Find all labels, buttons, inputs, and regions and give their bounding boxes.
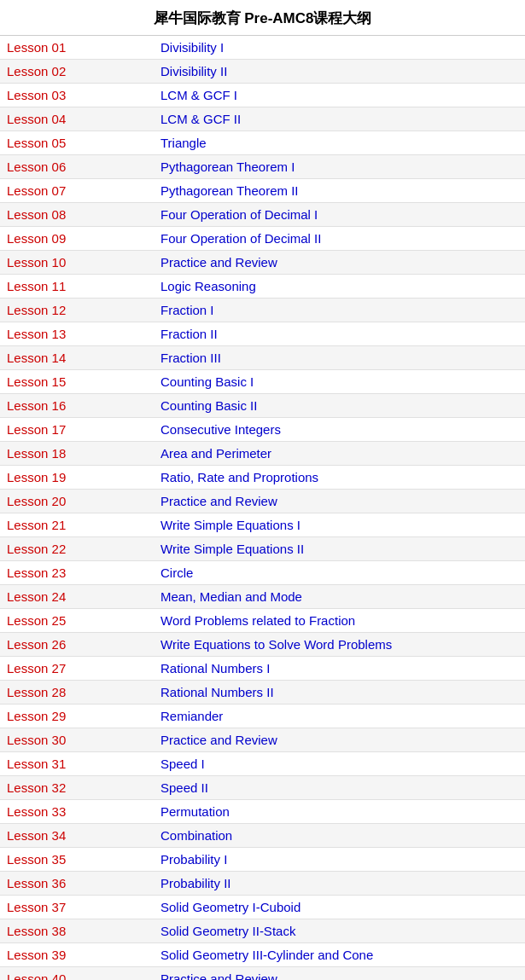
lesson-number: Lesson 05 bbox=[0, 131, 154, 155]
lesson-topic: LCM & GCF II bbox=[154, 107, 525, 131]
lesson-number: Lesson 15 bbox=[0, 370, 154, 394]
table-row: Lesson 26Write Equations to Solve Word P… bbox=[0, 633, 525, 657]
lesson-number: Lesson 20 bbox=[0, 490, 154, 513]
lesson-number: Lesson 11 bbox=[0, 275, 154, 299]
lesson-number: Lesson 25 bbox=[0, 609, 154, 633]
table-row: Lesson 39Solid Geometry III-Cylinder and… bbox=[0, 943, 525, 967]
lesson-number: Lesson 04 bbox=[0, 107, 154, 131]
lesson-number: Lesson 29 bbox=[0, 705, 154, 728]
lesson-topic: Write Simple Equations II bbox=[154, 537, 525, 561]
lesson-number: Lesson 19 bbox=[0, 466, 154, 490]
lesson-number: Lesson 08 bbox=[0, 203, 154, 227]
lesson-number: Lesson 14 bbox=[0, 346, 154, 370]
lesson-number: Lesson 17 bbox=[0, 418, 154, 442]
lesson-number: Lesson 02 bbox=[0, 60, 154, 84]
table-row: Lesson 31Speed I bbox=[0, 752, 525, 776]
lesson-number: Lesson 21 bbox=[0, 513, 154, 537]
lesson-topic: Rational Numbers II bbox=[154, 681, 525, 705]
lesson-topic: Fraction III bbox=[154, 346, 525, 370]
table-row: Lesson 24Mean, Median and Mode bbox=[0, 585, 525, 609]
lesson-number: Lesson 30 bbox=[0, 728, 154, 752]
lesson-number: Lesson 23 bbox=[0, 561, 154, 585]
table-row: Lesson 34Combination bbox=[0, 824, 525, 848]
table-row: Lesson 25Word Problems related to Fracti… bbox=[0, 609, 525, 633]
table-row: Lesson 40Practice and Review bbox=[0, 967, 525, 981]
lesson-topic: Divisibility I bbox=[154, 36, 525, 60]
lesson-number: Lesson 33 bbox=[0, 800, 154, 824]
lesson-number: Lesson 34 bbox=[0, 824, 154, 848]
lesson-number: Lesson 36 bbox=[0, 872, 154, 896]
table-row: Lesson 09Four Operation of Decimal II bbox=[0, 227, 525, 251]
table-row: Lesson 17Consecutive Integers bbox=[0, 418, 525, 442]
lesson-number: Lesson 38 bbox=[0, 919, 154, 943]
table-row: Lesson 35Probability I bbox=[0, 848, 525, 872]
lesson-topic: Practice and Review bbox=[154, 490, 525, 513]
lesson-topic: Pythagorean Theorem I bbox=[154, 155, 525, 179]
lesson-topic: Logic Reasoning bbox=[154, 275, 525, 299]
lesson-number: Lesson 16 bbox=[0, 394, 154, 418]
lesson-topic: Write Equations to Solve Word Problems bbox=[154, 633, 525, 657]
lesson-number: Lesson 31 bbox=[0, 752, 154, 776]
lesson-number: Lesson 13 bbox=[0, 322, 154, 346]
table-row: Lesson 19Ratio, Rate and Proprotions bbox=[0, 466, 525, 490]
lesson-number: Lesson 09 bbox=[0, 227, 154, 251]
lesson-topic: Practice and Review bbox=[154, 251, 525, 275]
lesson-number: Lesson 39 bbox=[0, 943, 154, 967]
table-row: Lesson 20Practice and Review bbox=[0, 490, 525, 513]
table-row: Lesson 14Fraction III bbox=[0, 346, 525, 370]
table-row: Lesson 22Write Simple Equations II bbox=[0, 537, 525, 561]
lesson-number: Lesson 28 bbox=[0, 681, 154, 705]
lesson-topic: Divisibility II bbox=[154, 60, 525, 84]
lesson-topic: Practice and Review bbox=[154, 967, 525, 981]
lesson-number: Lesson 37 bbox=[0, 896, 154, 919]
table-row: Lesson 29Remiander bbox=[0, 705, 525, 728]
table-row: Lesson 02Divisibility II bbox=[0, 60, 525, 84]
table-row: Lesson 13Fraction II bbox=[0, 322, 525, 346]
lesson-topic: Counting Basic I bbox=[154, 370, 525, 394]
page-title: 犀牛国际教育 Pre-AMC8课程大纲 bbox=[0, 0, 525, 36]
lesson-number: Lesson 27 bbox=[0, 657, 154, 681]
lesson-topic: Area and Perimeter bbox=[154, 442, 525, 466]
lesson-topic: Word Problems related to Fraction bbox=[154, 609, 525, 633]
table-row: Lesson 38Solid Geometry II-Stack bbox=[0, 919, 525, 943]
lesson-topic: Solid Geometry I-Cuboid bbox=[154, 896, 525, 919]
table-row: Lesson 04LCM & GCF II bbox=[0, 107, 525, 131]
table-row: Lesson 06Pythagorean Theorem I bbox=[0, 155, 525, 179]
lesson-topic: Triangle bbox=[154, 131, 525, 155]
lesson-number: Lesson 12 bbox=[0, 299, 154, 322]
lesson-topic: Pythagorean Theorem II bbox=[154, 179, 525, 203]
lesson-number: Lesson 26 bbox=[0, 633, 154, 657]
lesson-topic: Fraction II bbox=[154, 322, 525, 346]
lesson-topic: Solid Geometry II-Stack bbox=[154, 919, 525, 943]
lesson-topic: Four Operation of Decimal II bbox=[154, 227, 525, 251]
table-row: Lesson 21Write Simple Equations I bbox=[0, 513, 525, 537]
lesson-table: Lesson 01Divisibility ILesson 02Divisibi… bbox=[0, 36, 525, 980]
lesson-topic: Probability I bbox=[154, 848, 525, 872]
table-row: Lesson 36Probability II bbox=[0, 872, 525, 896]
table-row: Lesson 07Pythagorean Theorem II bbox=[0, 179, 525, 203]
lesson-number: Lesson 40 bbox=[0, 967, 154, 981]
lesson-number: Lesson 32 bbox=[0, 776, 154, 800]
lesson-number: Lesson 10 bbox=[0, 251, 154, 275]
lesson-topic: Ratio, Rate and Proprotions bbox=[154, 466, 525, 490]
table-row: Lesson 28Rational Numbers II bbox=[0, 681, 525, 705]
lesson-topic: Four Operation of Decimal I bbox=[154, 203, 525, 227]
lesson-topic: Circle bbox=[154, 561, 525, 585]
table-row: Lesson 15Counting Basic I bbox=[0, 370, 525, 394]
lesson-number: Lesson 03 bbox=[0, 84, 154, 107]
table-row: Lesson 18Area and Perimeter bbox=[0, 442, 525, 466]
table-row: Lesson 32Speed II bbox=[0, 776, 525, 800]
table-row: Lesson 37Solid Geometry I-Cuboid bbox=[0, 896, 525, 919]
lesson-topic: Speed I bbox=[154, 752, 525, 776]
lesson-topic: Speed II bbox=[154, 776, 525, 800]
lesson-number: Lesson 24 bbox=[0, 585, 154, 609]
lesson-topic: LCM & GCF I bbox=[154, 84, 525, 107]
table-row: Lesson 33Permutation bbox=[0, 800, 525, 824]
lesson-topic: Consecutive Integers bbox=[154, 418, 525, 442]
lesson-topic: Counting Basic II bbox=[154, 394, 525, 418]
table-row: Lesson 08Four Operation of Decimal I bbox=[0, 203, 525, 227]
table-row: Lesson 05Triangle bbox=[0, 131, 525, 155]
table-row: Lesson 03LCM & GCF I bbox=[0, 84, 525, 107]
lesson-topic: Rational Numbers I bbox=[154, 657, 525, 681]
lesson-number: Lesson 06 bbox=[0, 155, 154, 179]
